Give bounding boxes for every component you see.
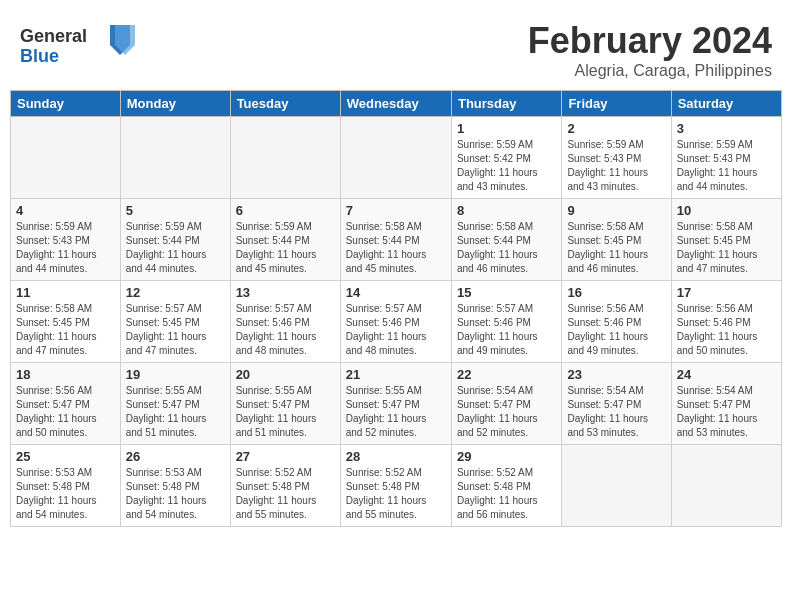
day-info: Sunrise: 5:55 AMSunset: 5:47 PMDaylight:… <box>126 384 225 440</box>
day-cell: 23Sunrise: 5:54 AMSunset: 5:47 PMDayligh… <box>562 363 671 445</box>
day-cell <box>230 117 340 199</box>
logo-svg: General Blue <box>20 20 140 70</box>
day-number: 7 <box>346 203 446 218</box>
week-row-5: 25Sunrise: 5:53 AMSunset: 5:48 PMDayligh… <box>11 445 782 527</box>
calendar-title: February 2024 <box>528 20 772 62</box>
calendar-header-row: SundayMondayTuesdayWednesdayThursdayFrid… <box>11 91 782 117</box>
day-cell: 15Sunrise: 5:57 AMSunset: 5:46 PMDayligh… <box>451 281 561 363</box>
day-cell: 24Sunrise: 5:54 AMSunset: 5:47 PMDayligh… <box>671 363 781 445</box>
day-info: Sunrise: 5:54 AMSunset: 5:47 PMDaylight:… <box>567 384 665 440</box>
day-info: Sunrise: 5:53 AMSunset: 5:48 PMDaylight:… <box>126 466 225 522</box>
day-cell: 6Sunrise: 5:59 AMSunset: 5:44 PMDaylight… <box>230 199 340 281</box>
day-cell: 5Sunrise: 5:59 AMSunset: 5:44 PMDaylight… <box>120 199 230 281</box>
day-cell: 25Sunrise: 5:53 AMSunset: 5:48 PMDayligh… <box>11 445 121 527</box>
day-number: 6 <box>236 203 335 218</box>
day-cell: 19Sunrise: 5:55 AMSunset: 5:47 PMDayligh… <box>120 363 230 445</box>
day-number: 27 <box>236 449 335 464</box>
calendar-table: SundayMondayTuesdayWednesdayThursdayFrid… <box>10 90 782 527</box>
week-row-1: 1Sunrise: 5:59 AMSunset: 5:42 PMDaylight… <box>11 117 782 199</box>
day-number: 18 <box>16 367 115 382</box>
day-number: 14 <box>346 285 446 300</box>
day-info: Sunrise: 5:59 AMSunset: 5:44 PMDaylight:… <box>126 220 225 276</box>
day-cell <box>120 117 230 199</box>
day-cell <box>11 117 121 199</box>
day-cell: 3Sunrise: 5:59 AMSunset: 5:43 PMDaylight… <box>671 117 781 199</box>
svg-text:General: General <box>20 26 87 46</box>
day-info: Sunrise: 5:54 AMSunset: 5:47 PMDaylight:… <box>677 384 776 440</box>
day-info: Sunrise: 5:57 AMSunset: 5:46 PMDaylight:… <box>236 302 335 358</box>
day-cell: 4Sunrise: 5:59 AMSunset: 5:43 PMDaylight… <box>11 199 121 281</box>
day-info: Sunrise: 5:52 AMSunset: 5:48 PMDaylight:… <box>346 466 446 522</box>
day-info: Sunrise: 5:58 AMSunset: 5:44 PMDaylight:… <box>346 220 446 276</box>
day-number: 26 <box>126 449 225 464</box>
day-number: 17 <box>677 285 776 300</box>
day-number: 20 <box>236 367 335 382</box>
day-number: 22 <box>457 367 556 382</box>
day-number: 24 <box>677 367 776 382</box>
day-cell <box>562 445 671 527</box>
day-cell: 7Sunrise: 5:58 AMSunset: 5:44 PMDaylight… <box>340 199 451 281</box>
day-cell: 8Sunrise: 5:58 AMSunset: 5:44 PMDaylight… <box>451 199 561 281</box>
day-number: 11 <box>16 285 115 300</box>
day-number: 15 <box>457 285 556 300</box>
day-number: 25 <box>16 449 115 464</box>
calendar-subtitle: Alegria, Caraga, Philippines <box>528 62 772 80</box>
col-header-thursday: Thursday <box>451 91 561 117</box>
day-cell: 28Sunrise: 5:52 AMSunset: 5:48 PMDayligh… <box>340 445 451 527</box>
day-cell: 14Sunrise: 5:57 AMSunset: 5:46 PMDayligh… <box>340 281 451 363</box>
day-info: Sunrise: 5:54 AMSunset: 5:47 PMDaylight:… <box>457 384 556 440</box>
day-number: 13 <box>236 285 335 300</box>
day-info: Sunrise: 5:59 AMSunset: 5:43 PMDaylight:… <box>16 220 115 276</box>
day-info: Sunrise: 5:56 AMSunset: 5:47 PMDaylight:… <box>16 384 115 440</box>
day-info: Sunrise: 5:57 AMSunset: 5:45 PMDaylight:… <box>126 302 225 358</box>
day-cell: 17Sunrise: 5:56 AMSunset: 5:46 PMDayligh… <box>671 281 781 363</box>
logo: General Blue <box>20 20 140 74</box>
day-info: Sunrise: 5:59 AMSunset: 5:42 PMDaylight:… <box>457 138 556 194</box>
day-cell: 10Sunrise: 5:58 AMSunset: 5:45 PMDayligh… <box>671 199 781 281</box>
calendar-body: 1Sunrise: 5:59 AMSunset: 5:42 PMDaylight… <box>11 117 782 527</box>
svg-text:Blue: Blue <box>20 46 59 66</box>
week-row-3: 11Sunrise: 5:58 AMSunset: 5:45 PMDayligh… <box>11 281 782 363</box>
col-header-friday: Friday <box>562 91 671 117</box>
day-number: 5 <box>126 203 225 218</box>
day-number: 2 <box>567 121 665 136</box>
day-info: Sunrise: 5:59 AMSunset: 5:44 PMDaylight:… <box>236 220 335 276</box>
col-header-saturday: Saturday <box>671 91 781 117</box>
day-cell: 29Sunrise: 5:52 AMSunset: 5:48 PMDayligh… <box>451 445 561 527</box>
day-cell: 12Sunrise: 5:57 AMSunset: 5:45 PMDayligh… <box>120 281 230 363</box>
day-info: Sunrise: 5:56 AMSunset: 5:46 PMDaylight:… <box>677 302 776 358</box>
day-cell: 26Sunrise: 5:53 AMSunset: 5:48 PMDayligh… <box>120 445 230 527</box>
col-header-tuesday: Tuesday <box>230 91 340 117</box>
day-number: 1 <box>457 121 556 136</box>
day-info: Sunrise: 5:59 AMSunset: 5:43 PMDaylight:… <box>567 138 665 194</box>
day-number: 19 <box>126 367 225 382</box>
day-number: 29 <box>457 449 556 464</box>
day-number: 3 <box>677 121 776 136</box>
day-cell: 21Sunrise: 5:55 AMSunset: 5:47 PMDayligh… <box>340 363 451 445</box>
day-info: Sunrise: 5:57 AMSunset: 5:46 PMDaylight:… <box>346 302 446 358</box>
day-number: 4 <box>16 203 115 218</box>
day-cell <box>340 117 451 199</box>
col-header-monday: Monday <box>120 91 230 117</box>
day-number: 21 <box>346 367 446 382</box>
title-block: February 2024 Alegria, Caraga, Philippin… <box>528 20 772 80</box>
day-cell: 13Sunrise: 5:57 AMSunset: 5:46 PMDayligh… <box>230 281 340 363</box>
col-header-wednesday: Wednesday <box>340 91 451 117</box>
day-number: 28 <box>346 449 446 464</box>
day-number: 12 <box>126 285 225 300</box>
day-cell <box>671 445 781 527</box>
day-number: 9 <box>567 203 665 218</box>
day-cell: 1Sunrise: 5:59 AMSunset: 5:42 PMDaylight… <box>451 117 561 199</box>
col-header-sunday: Sunday <box>11 91 121 117</box>
day-number: 23 <box>567 367 665 382</box>
day-number: 10 <box>677 203 776 218</box>
day-cell: 18Sunrise: 5:56 AMSunset: 5:47 PMDayligh… <box>11 363 121 445</box>
day-info: Sunrise: 5:55 AMSunset: 5:47 PMDaylight:… <box>236 384 335 440</box>
day-cell: 20Sunrise: 5:55 AMSunset: 5:47 PMDayligh… <box>230 363 340 445</box>
day-cell: 16Sunrise: 5:56 AMSunset: 5:46 PMDayligh… <box>562 281 671 363</box>
week-row-2: 4Sunrise: 5:59 AMSunset: 5:43 PMDaylight… <box>11 199 782 281</box>
day-info: Sunrise: 5:57 AMSunset: 5:46 PMDaylight:… <box>457 302 556 358</box>
day-info: Sunrise: 5:59 AMSunset: 5:43 PMDaylight:… <box>677 138 776 194</box>
day-cell: 22Sunrise: 5:54 AMSunset: 5:47 PMDayligh… <box>451 363 561 445</box>
day-cell: 11Sunrise: 5:58 AMSunset: 5:45 PMDayligh… <box>11 281 121 363</box>
